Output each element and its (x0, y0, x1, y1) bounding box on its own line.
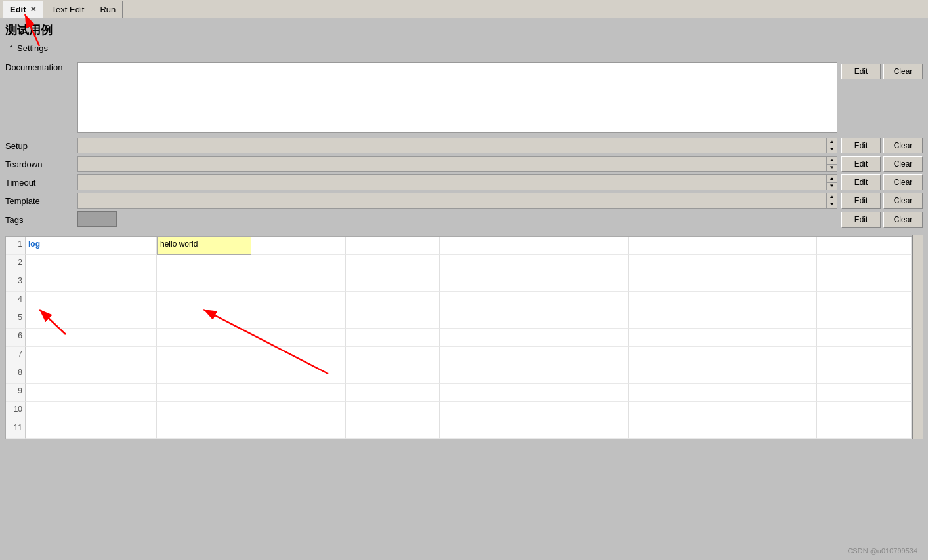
cell-1-4[interactable] (346, 237, 440, 255)
tags-add-button[interactable] (77, 211, 117, 227)
setup-up-arrow[interactable]: ▲ (827, 138, 837, 146)
cell-2-5[interactable] (440, 255, 534, 273)
teardown-clear-button[interactable]: Clear (883, 156, 923, 172)
template-input[interactable] (78, 193, 826, 208)
cell-3-7[interactable] (629, 273, 723, 292)
cell-6-6[interactable] (534, 329, 629, 347)
template-clear-button[interactable]: Clear (883, 193, 923, 209)
cell-2-3[interactable] (251, 255, 346, 273)
cell-11-5[interactable] (440, 420, 534, 439)
cell-5-2[interactable] (157, 310, 251, 329)
cell-3-3[interactable] (251, 273, 346, 292)
keyword-3[interactable] (26, 273, 157, 292)
documentation-clear-button[interactable]: Clear (883, 64, 923, 79)
cell-3-8[interactable] (723, 273, 818, 292)
cell-9-9[interactable] (817, 384, 912, 402)
keyword-11[interactable] (26, 420, 157, 439)
tags-edit-button[interactable]: Edit (841, 212, 881, 228)
teardown-input[interactable] (78, 157, 826, 171)
setup-input[interactable] (78, 138, 826, 153)
cell-10-4[interactable] (346, 402, 440, 420)
cell-7-5[interactable] (440, 347, 534, 365)
cell-7-8[interactable] (723, 347, 818, 365)
template-up-arrow[interactable]: ▲ (827, 193, 837, 201)
tab-run[interactable]: Run (93, 1, 123, 18)
cell-5-3[interactable] (251, 310, 346, 329)
cell-8-4[interactable] (346, 365, 440, 384)
settings-toggle-button[interactable]: ⌃ Settings (5, 42, 51, 54)
cell-8-2[interactable] (157, 365, 251, 384)
cell-3-2[interactable] (157, 273, 251, 292)
tab-edit[interactable]: Edit ✕ (3, 1, 43, 18)
cell-5-6[interactable] (534, 310, 629, 329)
cell-7-9[interactable] (817, 347, 912, 365)
keyword-9[interactable] (26, 384, 157, 402)
cell-3-6[interactable] (534, 273, 629, 292)
timeout-down-arrow[interactable]: ▼ (827, 183, 837, 190)
teardown-edit-button[interactable]: Edit (841, 156, 881, 172)
cell-4-7[interactable] (629, 292, 723, 310)
cell-8-5[interactable] (440, 365, 534, 384)
keyword-4[interactable] (26, 292, 157, 310)
timeout-input[interactable] (78, 175, 826, 190)
cell-1-9[interactable] (817, 237, 912, 255)
cell-10-8[interactable] (723, 402, 818, 420)
cell-9-5[interactable] (440, 384, 534, 402)
cell-10-9[interactable] (817, 402, 912, 420)
tags-clear-button[interactable]: Clear (883, 212, 923, 228)
cell-8-7[interactable] (629, 365, 723, 384)
cell-7-4[interactable] (346, 347, 440, 365)
cell-6-3[interactable] (251, 329, 346, 347)
setup-clear-button[interactable]: Clear (883, 138, 923, 153)
cell-10-6[interactable] (534, 402, 629, 420)
keyword-5[interactable] (26, 310, 157, 329)
tab-edit-close[interactable]: ✕ (30, 5, 36, 14)
keyword-1[interactable]: log (26, 237, 157, 255)
documentation-textarea[interactable] (77, 62, 837, 133)
cell-4-9[interactable] (817, 292, 912, 310)
keyword-7[interactable] (26, 347, 157, 365)
cell-11-4[interactable] (346, 420, 440, 439)
documentation-edit-button[interactable]: Edit (841, 64, 881, 79)
template-edit-button[interactable]: Edit (841, 193, 881, 209)
cell-1-8[interactable] (723, 237, 818, 255)
cell-6-8[interactable] (723, 329, 818, 347)
cell-6-7[interactable] (629, 329, 723, 347)
cell-6-5[interactable] (440, 329, 534, 347)
cell-4-2[interactable] (157, 292, 251, 310)
teardown-down-arrow[interactable]: ▼ (827, 165, 837, 172)
keyword-10[interactable] (26, 402, 157, 420)
cell-9-4[interactable] (346, 384, 440, 402)
cell-9-7[interactable] (629, 384, 723, 402)
cell-11-2[interactable] (157, 420, 251, 439)
cell-5-7[interactable] (629, 310, 723, 329)
cell-2-8[interactable] (723, 255, 818, 273)
tab-text-edit[interactable]: Text Edit (45, 1, 92, 18)
scrollbar-right[interactable] (912, 235, 923, 439)
keyword-2[interactable] (26, 255, 157, 273)
cell-5-4[interactable] (346, 310, 440, 329)
timeout-edit-button[interactable]: Edit (841, 174, 881, 190)
keyword-8[interactable] (26, 365, 157, 384)
keyword-6[interactable] (26, 329, 157, 347)
cell-9-6[interactable] (534, 384, 629, 402)
cell-6-4[interactable] (346, 329, 440, 347)
cell-7-2[interactable] (157, 347, 251, 365)
cell-11-3[interactable] (251, 420, 346, 439)
cell-7-7[interactable] (629, 347, 723, 365)
cell-6-9[interactable] (817, 329, 912, 347)
cell-11-9[interactable] (817, 420, 912, 439)
cell-8-3[interactable] (251, 365, 346, 384)
template-down-arrow[interactable]: ▼ (827, 201, 837, 209)
setup-edit-button[interactable]: Edit (841, 138, 881, 153)
cell-11-8[interactable] (723, 420, 818, 439)
cell-8-9[interactable] (817, 365, 912, 384)
cell-1-6[interactable] (534, 237, 629, 255)
timeout-clear-button[interactable]: Clear (883, 174, 923, 190)
cell-3-9[interactable] (817, 273, 912, 292)
cell-5-8[interactable] (723, 310, 818, 329)
cell-1-3[interactable] (251, 237, 346, 255)
cell-10-5[interactable] (440, 402, 534, 420)
cell-11-6[interactable] (534, 420, 629, 439)
cell-9-3[interactable] (251, 384, 346, 402)
